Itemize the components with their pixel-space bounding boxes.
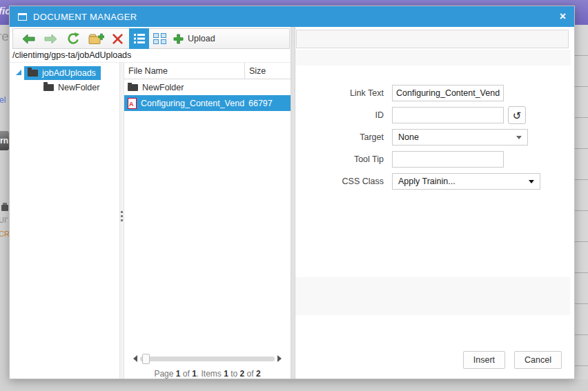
file-grid: File Name Size NewFolder (124, 63, 291, 379)
dialog-titlebar[interactable]: DOCUMENT MANAGER × (10, 6, 574, 27)
scroll-right-icon[interactable] (277, 355, 282, 362)
tool-tip-input[interactable] (392, 151, 504, 168)
tool-tip-label: Tool Tip (295, 154, 384, 164)
id-reset-icon[interactable]: ↺ (508, 106, 526, 124)
scrollbar-thumb[interactable] (142, 354, 150, 364)
pdf-file-icon (128, 98, 137, 109)
file-name: NewFolder (142, 83, 184, 92)
preview-footer-strip (295, 277, 570, 315)
list-view-icon[interactable] (129, 28, 149, 49)
window-icon (18, 13, 27, 21)
file-row[interactable]: NewFolder (124, 79, 291, 95)
folder-tree: jobAdUploads NewFolder (10, 63, 119, 379)
pane-splitter[interactable] (291, 27, 295, 379)
scrollbar-track[interactable] (140, 357, 275, 361)
backdrop-link-fragment: el (0, 95, 6, 105)
tree-expand-icon[interactable] (16, 70, 21, 75)
folder-icon (43, 84, 54, 91)
backdrop-dark-button-fragment: rn (0, 131, 9, 150)
dialog-footer: Insert Cancel (463, 351, 562, 369)
css-class-value: Apply Trainin... (398, 177, 455, 186)
target-label: Target (295, 132, 384, 142)
grid-header: File Name Size (124, 63, 291, 79)
path-bar: /clientimg/gps-ta/jobAdUploads (10, 49, 291, 63)
tree-item-newfolder[interactable]: NewFolder (43, 83, 119, 92)
explorer-pane: Upload /clientimg/gps-ta/jobAdUploads jo… (10, 27, 291, 379)
new-folder-icon[interactable] (88, 33, 104, 45)
back-arrow-icon[interactable] (22, 34, 35, 44)
dialog-title: DOCUMENT MANAGER (33, 12, 137, 22)
pager-status: Page 1 of 1. Items 1 to 2 of 2 (124, 366, 291, 379)
close-icon[interactable]: × (560, 11, 566, 22)
toolbar: Upload (12, 28, 290, 49)
properties-pane: Link Text ID ↺ Target None Tool Tip (295, 27, 574, 379)
target-dropdown[interactable]: None (392, 129, 528, 146)
folder-icon (28, 70, 38, 77)
scroll-left-icon[interactable] (133, 355, 137, 362)
grid-view-icon[interactable] (153, 33, 166, 44)
column-header-size[interactable]: Size (244, 63, 291, 79)
document-manager-dialog: DOCUMENT MANAGER × (9, 6, 575, 379)
tree-item-jobaduploads[interactable]: jobAdUploads (10, 66, 119, 81)
file-size: 66797 (244, 99, 291, 108)
backdrop-text-fragment: re (0, 29, 9, 44)
file-name: Configuring_Content_Vendo (141, 99, 244, 108)
link-properties-form: Link Text ID ↺ Target None Tool Tip (295, 85, 574, 195)
forward-arrow-icon[interactable] (44, 34, 57, 44)
css-class-label: CSS Class (295, 177, 384, 186)
tree-item-label: NewFolder (58, 83, 99, 92)
chevron-down-icon (516, 136, 522, 139)
css-class-dropdown[interactable]: Apply Trainin... (392, 173, 540, 190)
backdrop-table-rows (575, 25, 588, 379)
preview-toolbar-area (296, 30, 569, 48)
horizontal-scrollbar[interactable] (124, 351, 291, 366)
column-header-file-name[interactable]: File Name (124, 66, 244, 76)
tree-splitter[interactable] (119, 63, 124, 379)
chevron-down-icon (529, 180, 534, 183)
refresh-icon[interactable] (66, 32, 81, 46)
preview-header-strip (295, 50, 571, 66)
plus-icon (173, 34, 184, 44)
printer-icon (1, 205, 8, 211)
splitter-grip-icon (121, 209, 123, 223)
folder-icon (128, 84, 138, 91)
link-text-input[interactable] (392, 85, 504, 101)
upload-label: Upload (188, 34, 215, 43)
id-label: ID (295, 110, 384, 120)
target-value: None (398, 132, 419, 142)
insert-button[interactable]: Insert (463, 351, 505, 369)
link-text-label: Link Text (295, 88, 384, 98)
upload-button[interactable]: Upload (173, 34, 215, 44)
delete-icon[interactable] (111, 33, 124, 45)
cancel-button[interactable]: Cancel (514, 351, 562, 369)
file-row-selected[interactable]: Configuring_Content_Vendo 66797 (124, 95, 291, 111)
tree-item-label: jobAdUploads (42, 68, 96, 78)
backdrop-text-fragment: UI' (0, 216, 8, 224)
id-input[interactable] (392, 107, 504, 123)
